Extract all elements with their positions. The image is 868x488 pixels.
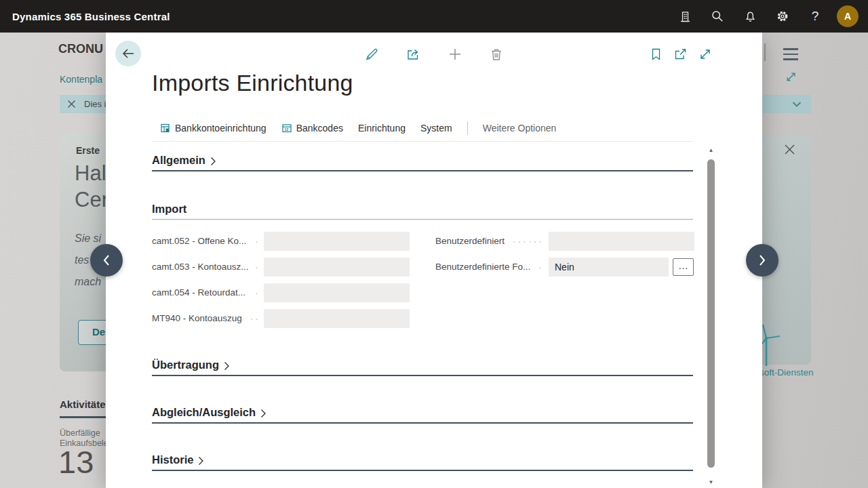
plus-icon [448,47,462,61]
carousel-prev-button[interactable] [90,244,123,277]
menu-item-system[interactable]: System [420,123,452,134]
search-icon [711,10,724,22]
app-header-actions: ? A [669,0,864,33]
leader-dots: · [226,283,260,302]
bank-account-setup-icon [160,123,171,134]
account-button[interactable]: A [831,0,864,33]
leader-dots: · [226,232,260,251]
app-title: Dynamics 365 Business Central [12,11,170,22]
field-input-camt052[interactable] [264,232,410,251]
environment-icon[interactable] [669,0,701,33]
card-heading: Hal Cer [75,160,108,213]
chevron-right-icon [210,157,216,166]
chart-of-accounts-link[interactable]: Kontenpla [60,74,102,85]
leader-dots: · [486,258,544,277]
app-header: Dynamics 365 Business Central [0,0,868,33]
delete-button[interactable] [488,46,505,62]
svg-text:12: 12 [284,127,288,131]
trash-icon [490,48,502,61]
page-title: Imports Einrichtung [152,70,353,96]
card-eyebrow: Erste [76,145,100,156]
edit-button[interactable] [363,46,380,62]
leader-dots: ·· [226,309,260,328]
carousel-next-button[interactable] [746,244,778,277]
chevron-left-icon [102,254,111,266]
more-options-button[interactable]: Weitere Optionen [483,123,557,134]
menubar-underline [152,141,693,142]
search-button[interactable] [701,0,734,33]
arrow-left-icon [121,48,135,59]
assist-edit-button[interactable]: … [673,258,694,276]
menu-divider [467,121,468,135]
avatar: A [837,5,859,27]
section-allgemein[interactable]: Allgemein [152,154,693,171]
share-icon [406,47,420,61]
field-input-benutzerdefiniert[interactable] [549,232,694,251]
field-input-camt054[interactable] [264,283,410,302]
leader-dots: ······ [486,232,544,251]
section-import: Import [152,203,693,220]
chevron-right-icon [260,409,267,418]
scroll-up-arrow[interactable]: ▲ [705,147,717,153]
bookmark-icon [651,48,661,60]
back-button[interactable] [115,41,141,66]
share-button[interactable] [405,46,421,62]
chevron-down-icon[interactable] [792,102,802,107]
leader-dots: · [226,258,260,277]
help-icon: ? [812,9,819,24]
chevron-right-icon [198,456,204,466]
pencil-icon [365,47,378,61]
menu-item-bankkontoeinrichtung[interactable]: Bankkontoeinrichtung [160,123,267,134]
open-in-new-window-button[interactable] [672,46,688,62]
bookmark-button[interactable] [648,46,664,62]
activities-title: Aktivitäte [60,399,106,410]
close-icon[interactable] [67,100,76,108]
gear-icon [776,10,789,22]
expand-diagonal-icon [699,48,711,60]
field-input-benutzerdefinierte-fo[interactable]: Nein [549,258,669,277]
chevron-right-icon [224,361,230,371]
dialog-scrollbar[interactable]: ▲ ▼ [705,144,717,488]
imports-setup-dialog: Imports Einrichtung Bankkontoeinrichtung… [106,33,762,488]
new-button[interactable] [447,46,463,62]
help-button[interactable]: ? [799,0,831,33]
section-abgleich-ausgleich[interactable]: Abgleich/Ausgleich [152,406,693,424]
menu-item-bankcodes[interactable]: 12 Bankcodes [281,123,343,134]
close-icon[interactable] [784,144,795,155]
company-badge: CRONU [58,42,103,56]
notifications-button[interactable] [734,0,766,33]
bank-codes-icon: 12 [281,123,292,134]
setup-teaser-caption: soft-Diensten [760,367,814,378]
settings-button[interactable] [766,0,799,33]
menu-item-einrichtung[interactable]: Einrichtung [358,123,406,134]
field-input-mt940[interactable] [264,309,410,328]
building-icon [679,11,691,22]
field-input-camt053[interactable] [264,258,410,277]
dialog-menubar: Bankkontoeinrichtung 12 Bankcodes Einric… [160,118,556,138]
chevron-right-icon [758,254,766,266]
focus-mode-icon[interactable] [785,71,797,83]
section-historie[interactable]: Historie [152,453,693,471]
bell-icon [745,11,756,22]
header-divider [764,43,766,61]
scrollbar-thumb[interactable] [707,159,715,468]
popout-icon [674,48,687,60]
hamburger-menu-icon[interactable] [783,48,798,64]
kpi-value[interactable]: 13 [58,446,94,478]
scroll-down-arrow[interactable]: ▼ [705,479,717,485]
expand-diagonal-icon [785,71,797,83]
section-uebertragung[interactable]: Übertragung [152,359,693,376]
expand-dialog-button[interactable] [697,46,713,62]
